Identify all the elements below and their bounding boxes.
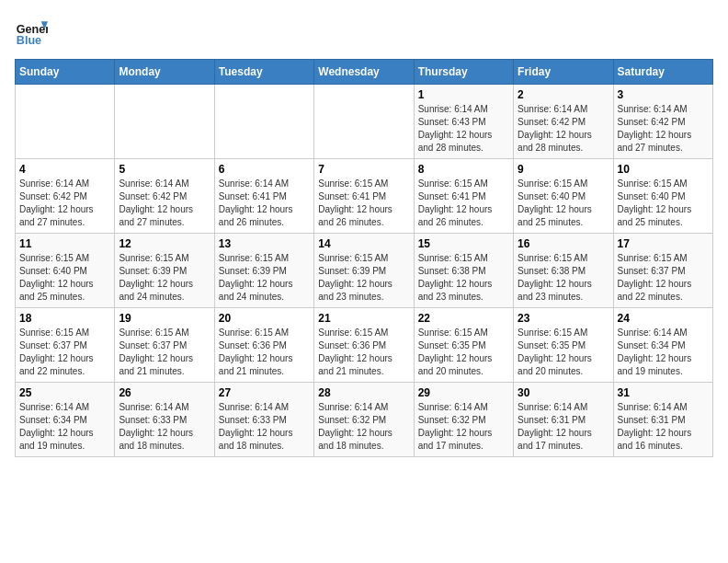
day-number: 21	[318, 312, 409, 325]
calendar-cell: 15Sunrise: 6:15 AM Sunset: 6:38 PM Dayli…	[414, 234, 513, 308]
day-number: 13	[219, 237, 310, 250]
col-header-monday: Monday	[115, 60, 214, 85]
day-number: 23	[518, 312, 609, 325]
calendar-cell: 20Sunrise: 6:15 AM Sunset: 6:36 PM Dayli…	[214, 308, 313, 383]
svg-text:Blue: Blue	[17, 34, 41, 47]
day-number: 26	[119, 386, 210, 399]
day-number: 7	[318, 163, 409, 176]
day-number: 22	[418, 312, 509, 325]
day-number: 15	[418, 237, 509, 250]
day-info: Sunrise: 6:15 AM Sunset: 6:41 PM Dayligh…	[318, 178, 409, 229]
day-info: Sunrise: 6:15 AM Sunset: 6:36 PM Dayligh…	[318, 327, 409, 378]
day-number: 1	[418, 88, 509, 101]
calendar-cell: 3Sunrise: 6:14 AM Sunset: 6:42 PM Daylig…	[613, 85, 712, 159]
day-info: Sunrise: 6:14 AM Sunset: 6:41 PM Dayligh…	[219, 178, 310, 229]
day-info: Sunrise: 6:14 AM Sunset: 6:31 PM Dayligh…	[618, 401, 709, 453]
day-number: 8	[418, 163, 509, 176]
calendar-cell	[115, 85, 214, 159]
day-info: Sunrise: 6:15 AM Sunset: 6:40 PM Dayligh…	[19, 252, 110, 304]
calendar-cell: 4Sunrise: 6:14 AM Sunset: 6:42 PM Daylig…	[16, 159, 115, 234]
calendar-cell: 16Sunrise: 6:15 AM Sunset: 6:38 PM Dayli…	[514, 234, 613, 308]
day-info: Sunrise: 6:15 AM Sunset: 6:41 PM Dayligh…	[418, 178, 509, 229]
day-info: Sunrise: 6:15 AM Sunset: 6:37 PM Dayligh…	[618, 252, 709, 304]
col-header-wednesday: Wednesday	[314, 60, 414, 85]
calendar-cell: 7Sunrise: 6:15 AM Sunset: 6:41 PM Daylig…	[314, 159, 414, 234]
day-number: 5	[119, 163, 210, 176]
calendar-cell: 13Sunrise: 6:15 AM Sunset: 6:39 PM Dayli…	[214, 234, 313, 308]
day-info: Sunrise: 6:15 AM Sunset: 6:37 PM Dayligh…	[19, 327, 110, 378]
calendar-cell: 1Sunrise: 6:14 AM Sunset: 6:43 PM Daylig…	[414, 85, 513, 159]
calendar-table: SundayMondayTuesdayWednesdayThursdayFrid…	[15, 59, 713, 457]
calendar-cell: 14Sunrise: 6:15 AM Sunset: 6:39 PM Dayli…	[314, 234, 414, 308]
day-number: 19	[119, 312, 210, 325]
day-info: Sunrise: 6:15 AM Sunset: 6:35 PM Dayligh…	[518, 327, 609, 378]
day-info: Sunrise: 6:15 AM Sunset: 6:37 PM Dayligh…	[119, 327, 210, 378]
day-number: 31	[618, 386, 709, 399]
page-header: General Blue	[15, 15, 713, 48]
day-number: 9	[518, 163, 609, 176]
day-info: Sunrise: 6:15 AM Sunset: 6:38 PM Dayligh…	[418, 252, 509, 304]
calendar-cell: 22Sunrise: 6:15 AM Sunset: 6:35 PM Dayli…	[414, 308, 513, 383]
day-number: 3	[618, 88, 709, 101]
calendar-cell: 31Sunrise: 6:14 AM Sunset: 6:31 PM Dayli…	[613, 383, 712, 457]
calendar-cell: 11Sunrise: 6:15 AM Sunset: 6:40 PM Dayli…	[16, 234, 115, 308]
col-header-thursday: Thursday	[414, 60, 513, 85]
day-number: 20	[219, 312, 310, 325]
calendar-cell: 6Sunrise: 6:14 AM Sunset: 6:41 PM Daylig…	[214, 159, 313, 234]
day-number: 30	[518, 386, 609, 399]
calendar-cell: 23Sunrise: 6:15 AM Sunset: 6:35 PM Dayli…	[514, 308, 613, 383]
day-number: 27	[219, 386, 310, 399]
day-number: 29	[418, 386, 509, 399]
day-number: 2	[518, 88, 609, 101]
day-info: Sunrise: 6:15 AM Sunset: 6:40 PM Dayligh…	[618, 178, 709, 229]
calendar-cell: 12Sunrise: 6:15 AM Sunset: 6:39 PM Dayli…	[115, 234, 214, 308]
logo-icon: General Blue	[15, 15, 48, 48]
day-number: 25	[19, 386, 110, 399]
day-info: Sunrise: 6:14 AM Sunset: 6:34 PM Dayligh…	[618, 327, 709, 378]
calendar-cell: 17Sunrise: 6:15 AM Sunset: 6:37 PM Dayli…	[613, 234, 712, 308]
calendar-cell: 5Sunrise: 6:14 AM Sunset: 6:42 PM Daylig…	[115, 159, 214, 234]
day-info: Sunrise: 6:15 AM Sunset: 6:35 PM Dayligh…	[418, 327, 509, 378]
col-header-sunday: Sunday	[16, 60, 115, 85]
day-info: Sunrise: 6:15 AM Sunset: 6:39 PM Dayligh…	[219, 252, 310, 304]
day-info: Sunrise: 6:15 AM Sunset: 6:38 PM Dayligh…	[518, 252, 609, 304]
calendar-cell: 21Sunrise: 6:15 AM Sunset: 6:36 PM Dayli…	[314, 308, 414, 383]
day-info: Sunrise: 6:14 AM Sunset: 6:33 PM Dayligh…	[219, 401, 310, 453]
day-info: Sunrise: 6:14 AM Sunset: 6:32 PM Dayligh…	[418, 401, 509, 453]
col-header-tuesday: Tuesday	[214, 60, 313, 85]
day-number: 17	[618, 237, 709, 250]
day-number: 24	[618, 312, 709, 325]
calendar-cell	[16, 85, 115, 159]
day-number: 28	[318, 386, 409, 399]
day-info: Sunrise: 6:14 AM Sunset: 6:31 PM Dayligh…	[518, 401, 609, 453]
day-info: Sunrise: 6:15 AM Sunset: 6:36 PM Dayligh…	[219, 327, 310, 378]
logo: General Blue	[15, 15, 53, 48]
day-number: 11	[19, 237, 110, 250]
day-info: Sunrise: 6:14 AM Sunset: 6:32 PM Dayligh…	[318, 401, 409, 453]
day-info: Sunrise: 6:14 AM Sunset: 6:42 PM Dayligh…	[518, 103, 609, 155]
calendar-cell: 18Sunrise: 6:15 AM Sunset: 6:37 PM Dayli…	[16, 308, 115, 383]
calendar-cell: 28Sunrise: 6:14 AM Sunset: 6:32 PM Dayli…	[314, 383, 414, 457]
day-number: 6	[219, 163, 310, 176]
day-info: Sunrise: 6:14 AM Sunset: 6:43 PM Dayligh…	[418, 103, 509, 155]
calendar-cell	[214, 85, 313, 159]
calendar-cell: 27Sunrise: 6:14 AM Sunset: 6:33 PM Dayli…	[214, 383, 313, 457]
calendar-cell: 24Sunrise: 6:14 AM Sunset: 6:34 PM Dayli…	[613, 308, 712, 383]
day-info: Sunrise: 6:15 AM Sunset: 6:40 PM Dayligh…	[518, 178, 609, 229]
calendar-cell: 10Sunrise: 6:15 AM Sunset: 6:40 PM Dayli…	[613, 159, 712, 234]
day-number: 4	[19, 163, 110, 176]
day-info: Sunrise: 6:14 AM Sunset: 6:42 PM Dayligh…	[119, 178, 210, 229]
calendar-cell	[314, 85, 414, 159]
day-info: Sunrise: 6:14 AM Sunset: 6:34 PM Dayligh…	[19, 401, 110, 453]
day-number: 10	[618, 163, 709, 176]
calendar-cell: 2Sunrise: 6:14 AM Sunset: 6:42 PM Daylig…	[514, 85, 613, 159]
calendar-cell: 26Sunrise: 6:14 AM Sunset: 6:33 PM Dayli…	[115, 383, 214, 457]
calendar-cell: 30Sunrise: 6:14 AM Sunset: 6:31 PM Dayli…	[514, 383, 613, 457]
day-number: 14	[318, 237, 409, 250]
day-info: Sunrise: 6:14 AM Sunset: 6:33 PM Dayligh…	[119, 401, 210, 453]
calendar-cell: 25Sunrise: 6:14 AM Sunset: 6:34 PM Dayli…	[16, 383, 115, 457]
day-info: Sunrise: 6:14 AM Sunset: 6:42 PM Dayligh…	[618, 103, 709, 155]
day-info: Sunrise: 6:14 AM Sunset: 6:42 PM Dayligh…	[19, 178, 110, 229]
calendar-cell: 29Sunrise: 6:14 AM Sunset: 6:32 PM Dayli…	[414, 383, 513, 457]
col-header-saturday: Saturday	[613, 60, 712, 85]
